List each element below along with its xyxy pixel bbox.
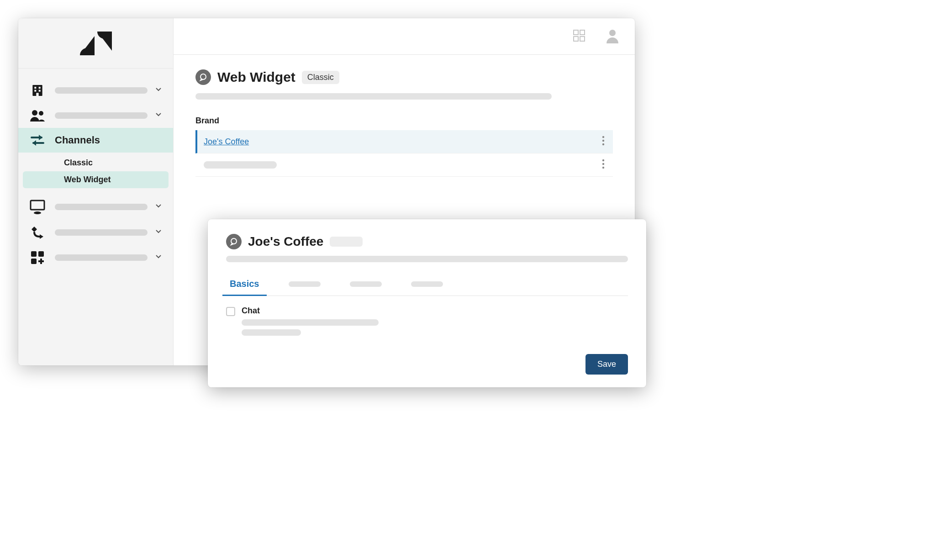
people-icon: [27, 109, 47, 122]
chat-option-row: Chat: [226, 296, 628, 336]
chevron-down-icon: [155, 202, 164, 211]
arrows-icon: [27, 133, 47, 147]
sidebar-nav: Channels Classic Web Widget: [18, 69, 173, 270]
svg-rect-5: [36, 93, 38, 96]
svg-rect-20: [574, 37, 578, 41]
sidebar: Channels Classic Web Widget: [18, 18, 174, 365]
tab-placeholder[interactable]: [285, 274, 324, 296]
svg-point-24: [602, 136, 604, 138]
chat-label: Chat: [242, 306, 379, 316]
brand-list: Joe's Coffee: [195, 130, 613, 177]
brand-detail-panel: Joe's Coffee Basics Chat Save: [208, 219, 646, 387]
chevron-down-icon: [155, 111, 164, 120]
brand-section-label: Brand: [195, 116, 613, 126]
overlay-tabs: Basics: [226, 274, 628, 296]
svg-rect-13: [31, 251, 37, 257]
chat-description-placeholder: [242, 319, 379, 326]
chat-checkbox[interactable]: [226, 307, 235, 316]
monitor-icon: [27, 199, 47, 215]
zendesk-logo: [18, 18, 173, 69]
svg-point-30: [231, 238, 237, 244]
chevron-down-icon: [155, 86, 164, 95]
chevron-down-icon: [155, 228, 164, 237]
brand-placeholder: [204, 161, 277, 169]
channels-subnav: Classic Web Widget: [18, 153, 173, 194]
apps-add-icon: [27, 250, 47, 265]
brand-link[interactable]: Joe's Coffee: [204, 137, 249, 147]
tab-basics[interactable]: Basics: [226, 274, 263, 296]
chat-bubble-icon: [226, 234, 242, 249]
tab-placeholder[interactable]: [346, 274, 385, 296]
svg-point-26: [602, 143, 604, 145]
svg-point-7: [39, 111, 43, 116]
chat-description-placeholder: [242, 329, 301, 336]
svg-rect-15: [31, 259, 37, 264]
chevron-down-icon: [155, 253, 164, 262]
profile-icon[interactable]: [605, 28, 620, 45]
svg-point-25: [602, 140, 604, 142]
sidebar-item-objects[interactable]: [18, 220, 173, 245]
sidebar-item-label: Channels: [55, 134, 100, 146]
chat-bubble-icon: [195, 69, 211, 85]
svg-point-22: [609, 30, 616, 36]
flow-icon: [27, 226, 47, 239]
svg-point-11: [34, 211, 41, 214]
description-placeholder: [195, 93, 552, 100]
svg-rect-3: [34, 90, 36, 92]
sidebar-item-workspaces[interactable]: [18, 194, 173, 220]
svg-marker-12: [32, 227, 37, 232]
page-web-widget: Web Widget Classic Brand Joe's Coffee: [174, 55, 635, 191]
svg-point-28: [602, 163, 604, 165]
overlay-title: Joe's Coffee: [248, 234, 323, 249]
sidebar-item-label: [55, 254, 148, 261]
svg-point-29: [602, 167, 604, 169]
overlay-description-placeholder: [226, 256, 628, 262]
more-options-icon[interactable]: [602, 136, 605, 148]
brand-row-selected[interactable]: Joe's Coffee: [195, 130, 613, 153]
svg-point-6: [32, 110, 37, 116]
save-button[interactable]: Save: [585, 354, 628, 375]
tab-placeholder[interactable]: [407, 274, 447, 296]
svg-rect-10: [31, 201, 44, 210]
sidebar-item-label: [55, 229, 148, 236]
svg-rect-18: [574, 30, 578, 35]
svg-rect-21: [580, 37, 585, 41]
classic-badge: Classic: [302, 71, 339, 84]
sidebar-item-account[interactable]: [18, 78, 173, 103]
overlay-badge-placeholder: [330, 237, 363, 247]
sidebar-item-label: [55, 112, 148, 119]
building-icon: [27, 83, 47, 98]
svg-point-27: [602, 159, 604, 161]
svg-point-23: [200, 74, 206, 79]
brand-row[interactable]: [195, 153, 613, 177]
svg-rect-2: [39, 87, 41, 89]
svg-rect-19: [580, 30, 585, 35]
page-title: Web Widget: [217, 69, 295, 85]
topbar: [174, 18, 635, 55]
sidebar-item-apps[interactable]: [18, 245, 173, 270]
more-options-icon[interactable]: [602, 159, 605, 171]
svg-rect-14: [38, 251, 44, 257]
sidebar-subitem-classic[interactable]: Classic: [18, 154, 173, 171]
svg-rect-1: [34, 87, 36, 89]
sidebar-item-label: [55, 87, 148, 94]
svg-rect-4: [39, 90, 41, 92]
sidebar-item-label: [55, 204, 148, 210]
sidebar-subitem-web-widget[interactable]: Web Widget: [23, 171, 169, 188]
sidebar-item-channels[interactable]: Channels: [18, 128, 173, 153]
app-switcher-icon[interactable]: [572, 28, 586, 45]
sidebar-item-people[interactable]: [18, 103, 173, 128]
